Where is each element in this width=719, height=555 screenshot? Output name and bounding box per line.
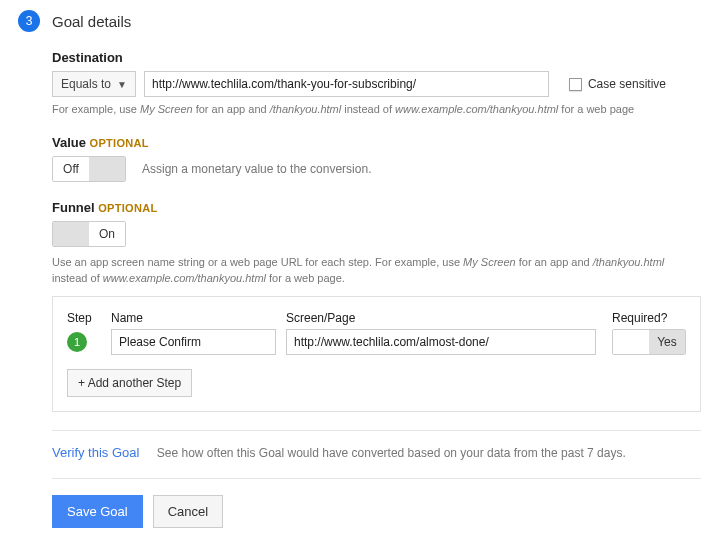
funnel-headers: Step Name Screen/Page Required?	[67, 311, 686, 325]
funnel-step-row: 1 Yes	[67, 329, 686, 355]
verify-row: Verify this Goal See how often this Goal…	[52, 445, 701, 460]
optional-tag: OPTIONAL	[90, 137, 149, 149]
optional-tag: OPTIONAL	[98, 202, 157, 214]
chevron-down-icon: ▼	[117, 79, 127, 90]
value-toggle-on[interactable]	[89, 157, 125, 181]
destination-help: For example, use My Screen for an app an…	[52, 102, 701, 117]
step-number: 1	[67, 332, 87, 352]
case-sensitive-label: Case sensitive	[588, 77, 666, 91]
button-row: Save Goal Cancel	[52, 495, 701, 528]
funnel-box: Step Name Screen/Page Required? 1 Yes + …	[52, 296, 701, 412]
step-name-input[interactable]	[111, 329, 276, 355]
match-type-value: Equals to	[61, 77, 111, 91]
case-sensitive-checkbox[interactable]	[569, 78, 582, 91]
funnel-group: Funnel OPTIONAL On Use an app screen nam…	[52, 200, 701, 412]
funnel-label-line: Funnel OPTIONAL	[52, 200, 701, 215]
value-group: Value OPTIONAL Off Assign a monetary val…	[52, 135, 701, 182]
value-toggle-off[interactable]: Off	[53, 157, 89, 181]
header-screen: Screen/Page	[286, 311, 602, 325]
value-help: Assign a monetary value to the conversio…	[142, 162, 371, 176]
value-label-line: Value OPTIONAL	[52, 135, 701, 150]
add-step-button[interactable]: + Add another Step	[67, 369, 192, 397]
step-screen-input[interactable]	[286, 329, 596, 355]
step-number-badge: 3	[18, 10, 40, 32]
header-name: Name	[111, 311, 276, 325]
value-label: Value	[52, 135, 86, 150]
destination-label: Destination	[52, 50, 701, 65]
required-toggle[interactable]: Yes	[612, 329, 686, 355]
header-required: Required?	[612, 311, 686, 325]
save-goal-button[interactable]: Save Goal	[52, 495, 143, 528]
required-toggle-yes[interactable]: Yes	[649, 330, 685, 354]
verify-goal-link[interactable]: Verify this Goal	[52, 445, 139, 460]
destination-url-input[interactable]	[144, 71, 549, 97]
value-toggle[interactable]: Off	[52, 156, 126, 182]
match-type-select[interactable]: Equals to ▼	[52, 71, 136, 97]
required-toggle-no[interactable]	[613, 330, 649, 354]
funnel-toggle-on[interactable]: On	[89, 222, 125, 246]
cancel-button[interactable]: Cancel	[153, 495, 223, 528]
separator	[52, 478, 701, 479]
funnel-toggle[interactable]: On	[52, 221, 126, 247]
destination-group: Destination Equals to ▼ Case sensitive F…	[52, 50, 701, 117]
step-header: 3 Goal details	[18, 10, 701, 32]
header-step: Step	[67, 311, 101, 325]
funnel-help: Use an app screen name string or a web p…	[52, 255, 701, 286]
funnel-label: Funnel	[52, 200, 95, 215]
separator	[52, 430, 701, 431]
step-title: Goal details	[52, 13, 131, 30]
verify-text: See how often this Goal would have conve…	[157, 446, 626, 460]
funnel-toggle-off[interactable]	[53, 222, 89, 246]
